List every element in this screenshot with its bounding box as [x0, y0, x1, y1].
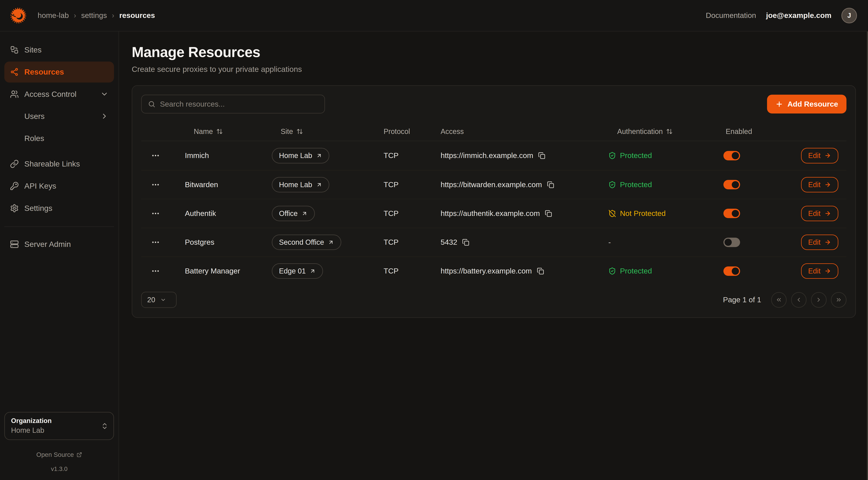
edit-button[interactable]: Edit [801, 206, 838, 221]
copy-button[interactable] [462, 239, 469, 246]
chevron-down-icon [100, 90, 108, 98]
row-menu-button[interactable] [151, 151, 160, 160]
sidebar-item-api-keys[interactable]: API Keys [4, 176, 114, 197]
resources-icon [10, 67, 19, 77]
site-link[interactable]: Home Lab [272, 177, 329, 192]
resource-name: Immich [185, 151, 272, 160]
arrow-up-right-icon [316, 182, 322, 188]
open-source-link[interactable]: Open Source [4, 451, 114, 458]
sidebar-item-sites[interactable]: Sites [4, 39, 114, 60]
last-page-button[interactable] [831, 292, 846, 308]
row-menu-button[interactable] [151, 209, 160, 218]
site-link[interactable]: Home Lab [272, 148, 329, 163]
site-link[interactable]: Second Office [272, 235, 341, 250]
copy-button[interactable] [545, 210, 552, 217]
search-input[interactable] [160, 100, 318, 109]
toggle-knob [732, 210, 739, 217]
version-label: v1.3.0 [4, 466, 114, 472]
first-page-button[interactable] [771, 292, 787, 308]
copy-icon [547, 181, 554, 188]
site-link[interactable]: Office [272, 206, 315, 221]
shield-check-icon [608, 181, 616, 189]
chevron-left-icon [796, 297, 802, 303]
next-page-button[interactable] [811, 292, 827, 308]
shield-off-icon [608, 210, 616, 217]
column-header-authentication[interactable]: Authentication [608, 127, 723, 136]
sidebar-item-resources[interactable]: Resources [4, 62, 114, 83]
add-resource-button[interactable]: Add Resource [767, 95, 846, 114]
sidebar-item-label: Roles [24, 134, 44, 143]
row-menu-button[interactable] [151, 238, 160, 247]
arrow-up-right-icon [310, 268, 316, 274]
organization-selector[interactable]: Organization Home Lab [4, 412, 114, 440]
protocol-value: TCP [383, 238, 441, 246]
scrollbar[interactable] [867, 31, 868, 480]
enabled-toggle[interactable] [723, 238, 740, 247]
breadcrumb-org[interactable]: home-lab [38, 11, 69, 20]
enabled-toggle[interactable] [723, 266, 740, 276]
copy-button[interactable] [537, 268, 544, 275]
column-header-name[interactable]: Name [185, 127, 272, 136]
table-row: Immich Home Lab TCP https://immich.examp… [141, 141, 846, 170]
chevron-right-icon [100, 112, 108, 120]
copy-button[interactable] [547, 181, 554, 188]
sidebar-item-shareable-links[interactable]: Shareable Links [4, 153, 114, 174]
access-url: https://battery.example.com [441, 267, 532, 275]
documentation-link[interactable]: Documentation [706, 11, 756, 20]
column-header-access: Access [441, 127, 608, 136]
row-menu-button[interactable] [151, 180, 160, 189]
sidebar-item-roles[interactable]: Roles [4, 128, 114, 149]
copy-icon [462, 239, 469, 246]
copy-icon [538, 152, 546, 159]
page-size-select[interactable]: 20 [141, 292, 177, 308]
page-title: Manage Resources [132, 44, 856, 60]
breadcrumb-resources[interactable]: resources [119, 11, 155, 20]
user-email[interactable]: joe@example.com [766, 11, 832, 20]
resource-name: Bitwarden [185, 180, 272, 189]
chevron-right-icon [815, 297, 822, 303]
table-header: Name Site Protocol Access Authentication… [141, 122, 846, 141]
sidebar-item-label: Users [24, 112, 45, 121]
page-subtitle: Create secure proxies to your private ap… [132, 65, 856, 74]
table-row: Authentik Office TCP https://authentik.e… [141, 199, 846, 228]
edit-button[interactable]: Edit [801, 235, 838, 250]
auth-status: Protected [608, 180, 723, 189]
arrow-up-right-icon [316, 153, 322, 159]
sort-icon [666, 128, 673, 135]
row-menu-button[interactable] [151, 267, 160, 275]
sidebar-item-users[interactable]: Users [4, 106, 114, 127]
table-row: Bitwarden Home Lab TCP https://bitwarden… [141, 170, 846, 199]
previous-page-button[interactable] [791, 292, 807, 308]
access-url: https://immich.example.com [441, 151, 533, 160]
protocol-value: TCP [383, 209, 441, 218]
app-window: home-lab › settings › resources Document… [0, 0, 868, 480]
auth-status: Protected [608, 267, 723, 275]
ellipsis-icon [151, 267, 160, 275]
protocol-value: TCP [383, 180, 441, 189]
sidebar-item-access-control[interactable]: Access Control [4, 84, 114, 104]
arrow-right-icon [825, 239, 831, 246]
shield-check-icon [608, 152, 616, 159]
arrow-right-icon [825, 152, 831, 159]
sidebar: Sites Resources Access Control Users Rol… [0, 31, 119, 480]
enabled-toggle[interactable] [723, 209, 740, 218]
toggle-knob [732, 181, 739, 188]
copy-button[interactable] [538, 152, 546, 159]
enabled-toggle[interactable] [723, 151, 740, 160]
organization-value: Home Lab [11, 426, 99, 434]
protocol-value: TCP [383, 151, 441, 160]
edit-button[interactable]: Edit [801, 263, 838, 279]
access-url: https://bitwarden.example.com [441, 180, 542, 189]
column-header-site[interactable]: Site [272, 127, 383, 136]
main-content: Manage Resources Create secure proxies t… [120, 31, 868, 480]
avatar[interactable]: J [841, 8, 857, 23]
topbar: home-lab › settings › resources Document… [0, 0, 868, 31]
arrow-right-icon [825, 210, 831, 217]
breadcrumb-settings[interactable]: settings [81, 11, 107, 20]
edit-button[interactable]: Edit [801, 148, 838, 163]
site-link[interactable]: Edge 01 [272, 263, 323, 279]
sidebar-item-settings[interactable]: Settings [4, 198, 114, 219]
edit-button[interactable]: Edit [801, 177, 838, 192]
enabled-toggle[interactable] [723, 180, 740, 189]
sidebar-item-server-admin[interactable]: Server Admin [4, 234, 114, 254]
